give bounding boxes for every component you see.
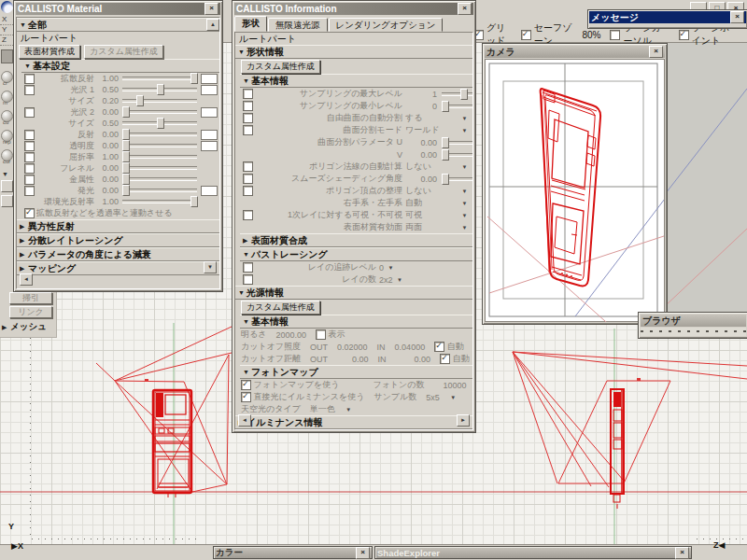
slider-track[interactable] bbox=[122, 121, 197, 125]
tab-shape[interactable]: 形状 bbox=[234, 16, 267, 32]
brightness-value[interactable]: 2000.00 bbox=[275, 330, 306, 340]
param-value[interactable]: 0 bbox=[376, 263, 387, 273]
param-value[interactable]: 0.00 bbox=[94, 163, 120, 173]
combo-arrow-icon[interactable] bbox=[460, 116, 469, 121]
tab-rendering-options[interactable]: レンダリングオプション bbox=[329, 18, 444, 32]
cutoff-illum-in-value[interactable]: 0.04000 bbox=[395, 343, 426, 352]
shade-explorer-titlebar[interactable]: ShadeExplorer × bbox=[374, 546, 692, 559]
param-value[interactable]: 0.00 bbox=[94, 175, 120, 184]
close-icon[interactable]: × bbox=[675, 547, 689, 559]
create-custom-attr-button[interactable]: カスタム属性作成 bbox=[241, 301, 320, 315]
tool-sphere-1[interactable]: cr bbox=[1, 71, 13, 83]
param-value[interactable]: ワールド bbox=[402, 124, 443, 136]
slider-track[interactable] bbox=[122, 133, 197, 136]
scroll-left-icon[interactable]: ◄ bbox=[238, 414, 251, 427]
param-value[interactable]: しない bbox=[402, 161, 434, 173]
slider-track[interactable] bbox=[442, 153, 473, 157]
slider-track[interactable] bbox=[442, 92, 473, 96]
param-value[interactable]: 0.20 bbox=[94, 96, 120, 105]
large-point-checkbox[interactable] bbox=[679, 30, 689, 40]
slider-handle[interactable] bbox=[122, 129, 130, 140]
param-checkbox[interactable] bbox=[243, 113, 253, 123]
section-pathtracing[interactable]: パストレーシング bbox=[240, 247, 472, 261]
direct-illuminance-checkbox[interactable] bbox=[241, 392, 251, 402]
slider-track[interactable] bbox=[442, 105, 473, 108]
slider-handle[interactable] bbox=[122, 151, 130, 162]
param-value[interactable]: 0.00 bbox=[402, 175, 440, 184]
combo-arrow-icon[interactable] bbox=[387, 265, 395, 271]
material-window-titlebar[interactable]: CALLISTO Material × bbox=[16, 3, 220, 15]
camera-viewport[interactable] bbox=[485, 59, 665, 322]
photon-count-value[interactable]: 10000 bbox=[443, 381, 466, 390]
mesh-section-header[interactable]: メッシュ bbox=[0, 321, 56, 333]
param-checkbox[interactable] bbox=[24, 141, 35, 151]
param-checkbox[interactable] bbox=[24, 74, 35, 84]
collapsed-section[interactable]: 異方性反射 bbox=[17, 219, 219, 233]
slider-track[interactable] bbox=[122, 166, 197, 170]
slider-track[interactable] bbox=[122, 144, 197, 147]
create-custom-attr-button[interactable]: カスタム属性作成 bbox=[241, 60, 320, 74]
slider-track[interactable] bbox=[122, 189, 197, 192]
param-value[interactable]: 0.00 bbox=[402, 138, 440, 147]
slider-handle[interactable] bbox=[460, 89, 468, 100]
slider-handle[interactable] bbox=[122, 106, 130, 118]
close-icon[interactable]: × bbox=[730, 11, 744, 23]
param-checkbox[interactable] bbox=[243, 274, 253, 285]
param-value[interactable]: 両面 bbox=[402, 221, 425, 233]
palette-box-1[interactable] bbox=[1, 180, 13, 192]
param-value[interactable]: 0 bbox=[402, 102, 440, 111]
section-basic-info-shape[interactable]: 基本情報 bbox=[240, 74, 472, 88]
scroll-right-icon[interactable]: ► bbox=[457, 414, 470, 427]
combo-arrow-icon[interactable] bbox=[460, 128, 469, 133]
param-checkbox[interactable] bbox=[243, 186, 253, 196]
color-swatch[interactable] bbox=[201, 141, 218, 151]
tool-sphere-4[interactable]: rep bbox=[1, 130, 13, 142]
create-surface-material-button[interactable]: 表面材質作成 bbox=[19, 45, 80, 59]
param-checkbox[interactable] bbox=[24, 152, 35, 162]
param-checkbox[interactable] bbox=[243, 125, 253, 135]
tool-sphere-5[interactable]: cur bbox=[1, 149, 13, 161]
cutoff-illum-out-value[interactable]: 0.02000 bbox=[337, 343, 368, 352]
sweep-button[interactable]: 掃引 bbox=[9, 292, 52, 304]
slider-track[interactable] bbox=[122, 110, 197, 114]
slider-handle[interactable] bbox=[190, 196, 198, 207]
slider-track[interactable] bbox=[442, 141, 473, 145]
section-basic-info-light[interactable]: 基本情報 bbox=[240, 315, 472, 329]
param-value[interactable]: する bbox=[402, 112, 425, 124]
color-swatch[interactable] bbox=[201, 107, 218, 118]
param-checkbox[interactable] bbox=[243, 89, 253, 99]
param-value[interactable]: 可視 bbox=[402, 209, 425, 221]
param-value[interactable]: 0.00 bbox=[94, 130, 120, 139]
param-checkbox[interactable] bbox=[24, 107, 35, 118]
linked-checkbox[interactable] bbox=[24, 208, 35, 218]
slider-handle[interactable] bbox=[190, 73, 198, 84]
safezone-percent[interactable]: 80% bbox=[582, 30, 600, 40]
perspective-view-area[interactable] bbox=[663, 43, 747, 322]
slider-track[interactable] bbox=[122, 99, 197, 103]
slider-track[interactable] bbox=[122, 88, 197, 91]
combo-arrow-icon[interactable] bbox=[460, 201, 469, 206]
chevron-down-icon[interactable]: ▼ bbox=[2, 171, 13, 177]
large-cursor-checkbox[interactable] bbox=[610, 30, 620, 40]
slider-handle[interactable] bbox=[122, 140, 130, 151]
param-value[interactable]: しない bbox=[402, 185, 434, 197]
scroll-down-icon[interactable]: ▼ bbox=[204, 261, 217, 273]
palette-box-2[interactable] bbox=[1, 195, 13, 207]
cutoff-dist-out-value[interactable]: 0.00 bbox=[352, 355, 369, 364]
slider-handle[interactable] bbox=[122, 162, 130, 174]
section-all[interactable]: 全部 ▲ bbox=[17, 18, 219, 32]
param-checkbox[interactable] bbox=[24, 130, 35, 140]
param-checkbox[interactable] bbox=[24, 85, 35, 95]
color-swatch[interactable] bbox=[201, 74, 218, 84]
samples-value[interactable]: 5x5 bbox=[426, 393, 440, 402]
param-checkbox[interactable] bbox=[243, 101, 253, 111]
param-value[interactable]: 1.00 bbox=[94, 152, 120, 161]
param-value[interactable]: 0.00 bbox=[94, 107, 120, 117]
axis-button-x[interactable]: X bbox=[0, 15, 13, 25]
param-checkbox[interactable] bbox=[243, 262, 253, 273]
slider-handle[interactable] bbox=[442, 137, 449, 148]
color-swatch[interactable] bbox=[201, 130, 218, 140]
scroll-up-icon[interactable]: ▲ bbox=[206, 19, 219, 31]
browser-window-titlebar[interactable]: ブラウザ bbox=[641, 315, 746, 327]
slider-handle[interactable] bbox=[442, 149, 449, 161]
